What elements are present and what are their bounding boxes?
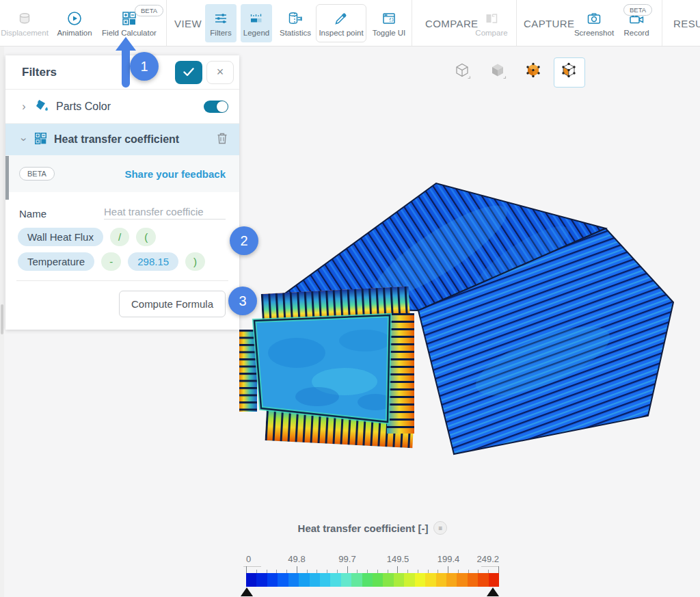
compute-row: Compute Formula (5, 281, 239, 330)
step-badge-1: 1 (130, 52, 159, 81)
share-feedback-link[interactable]: Share your feedback (124, 168, 226, 180)
filters-sliders-icon (213, 10, 228, 27)
toolbar-displacement-button[interactable]: Displacement (1, 4, 48, 42)
highlight-cube-icon (560, 62, 579, 83)
displacement-cylinder-icon (16, 10, 33, 27)
compare-panes-icon (484, 10, 499, 27)
calculator-icon (34, 132, 47, 148)
formula-chip-temperature[interactable]: Temperature (18, 252, 94, 271)
statistics-probe-icon (287, 10, 304, 27)
left-scrollbar-track[interactable] (0, 47, 4, 597)
filters-panel: Filters × › Parts Color › (5, 55, 239, 330)
toolbar-inspect-point-button[interactable]: Inspect point (316, 4, 366, 42)
trash-icon (216, 132, 228, 145)
left-scrollbar-thumb[interactable] (1, 304, 3, 334)
apply-button[interactable] (175, 61, 202, 84)
toolbar-legend-button[interactable]: Legend (241, 4, 272, 42)
view-mode-solid-button[interactable] (483, 57, 514, 88)
filter-name-input[interactable] (104, 204, 226, 220)
camera-icon (587, 10, 602, 27)
legend-colorbar[interactable] (246, 573, 499, 587)
field-calculator-beta-badge: BETA (135, 5, 163, 16)
eyedropper-icon (334, 10, 349, 27)
parts-color-row[interactable]: › Parts Color (5, 90, 239, 124)
legend-title: Heat transfer coefficient [-] (298, 522, 429, 534)
toolbar-compare-button[interactable]: Compare (472, 4, 511, 42)
panel-scrollbar-thumb[interactable] (5, 156, 9, 200)
panel-beta-badge: BETA (19, 167, 55, 181)
close-panel-button[interactable]: × (206, 61, 234, 84)
legend-tick-label: 49.8 (288, 554, 305, 564)
legend-title-row: Heat transfer coefficient [-] ≡ (243, 521, 502, 535)
legend-max-value[interactable]: 249.2 (476, 554, 499, 564)
formula-chip-close-paren[interactable]: ) (185, 252, 205, 271)
view-mode-solid-parts-button[interactable] (518, 57, 550, 88)
toolbar-divider (516, 0, 517, 46)
orange-cube-icon (524, 62, 543, 83)
legend-min-marker[interactable] (241, 587, 253, 596)
formula-chip-open-paren[interactable]: ( (136, 228, 156, 246)
simscale-postprocessor-app: { "toolbar": { "items": { "displacement"… (0, 0, 700, 597)
toolbar-section-view: VIEW (174, 0, 202, 47)
parts-color-label: Parts Color (56, 101, 197, 113)
legend-scale: 0 49.8 99.7 149.5 199.4 249.2 (243, 554, 502, 587)
parts-color-toggle[interactable] (204, 101, 228, 113)
check-icon (183, 68, 194, 77)
legend-tick-labels: 0 49.8 99.7 149.5 199.4 249.2 (243, 554, 502, 566)
name-label: Name (19, 208, 104, 220)
view-mode-selected-button[interactable] (554, 57, 585, 88)
play-circle-icon (66, 10, 83, 27)
toolbar-section-results: RESULTS (673, 0, 700, 47)
legend-colorbar-icon (249, 10, 264, 27)
legend-min-value[interactable]: 0 (246, 554, 251, 564)
compute-formula-button[interactable]: Compute Formula (119, 291, 226, 317)
record-beta-badge: BETA (623, 4, 652, 16)
close-icon: × (217, 65, 224, 79)
view-mode-wireframe-button[interactable] (447, 57, 479, 88)
heat-transfer-filter-label: Heat transfer coefficient (54, 133, 209, 146)
wireframe-cube-icon (453, 62, 472, 83)
legend-tick-label: 149.5 (387, 554, 409, 564)
toolbar-divider (412, 0, 412, 46)
heatsink-3d-model[interactable] (235, 176, 684, 475)
toolbar-section-capture: CAPTURE (524, 0, 574, 47)
formula-chip-divide[interactable]: / (110, 228, 129, 246)
toolbar-screenshot-button[interactable]: Screenshot (573, 4, 615, 42)
paint-bucket-icon (34, 98, 49, 115)
chevron-right-icon[interactable]: › (21, 101, 27, 113)
toolbar-animation-button[interactable]: Animation (53, 4, 96, 42)
beta-feedback-row: BETA Share your feedback (5, 155, 239, 192)
toolbar-section-compare: COMPARE (425, 0, 479, 47)
step-badge-2: 2 (230, 226, 258, 255)
legend-tick-label: 99.7 (338, 554, 355, 564)
filter-name-row: Name (19, 204, 226, 220)
formula-chip-wall-heat-flux[interactable]: Wall Heat Flux (18, 228, 103, 246)
toolbar-filters-button[interactable]: Filters (205, 4, 237, 42)
toolbar-divider (166, 0, 167, 46)
delete-filter-button[interactable] (216, 132, 228, 148)
toolbar-divider (662, 0, 662, 46)
formula-expression: Wall Heat Flux / ( Temperature - 298.15 … (5, 220, 239, 278)
top-toolbar: Displacement Animation Field Calculator … (0, 0, 700, 47)
legend-tick-label: 199.4 (438, 554, 460, 564)
legend-ticks (246, 566, 499, 573)
formula-chip-298-15[interactable]: 298.15 (128, 252, 178, 271)
chevron-down-icon[interactable]: › (18, 136, 30, 143)
formula-chip-minus[interactable]: - (101, 252, 121, 271)
legend-max-marker[interactable] (487, 587, 499, 596)
heat-transfer-filter-row[interactable]: › Heat transfer coefficient (5, 124, 239, 155)
toolbar-statistics-button[interactable]: Statistics (276, 4, 314, 42)
toolbar-toggle-ui-button[interactable]: Toggle UI (369, 4, 409, 42)
legend-menu-icon[interactable]: ≡ (433, 521, 447, 535)
window-panes-icon (381, 10, 396, 27)
solid-cube-icon (489, 62, 508, 83)
step-badge-3: 3 (228, 287, 257, 315)
